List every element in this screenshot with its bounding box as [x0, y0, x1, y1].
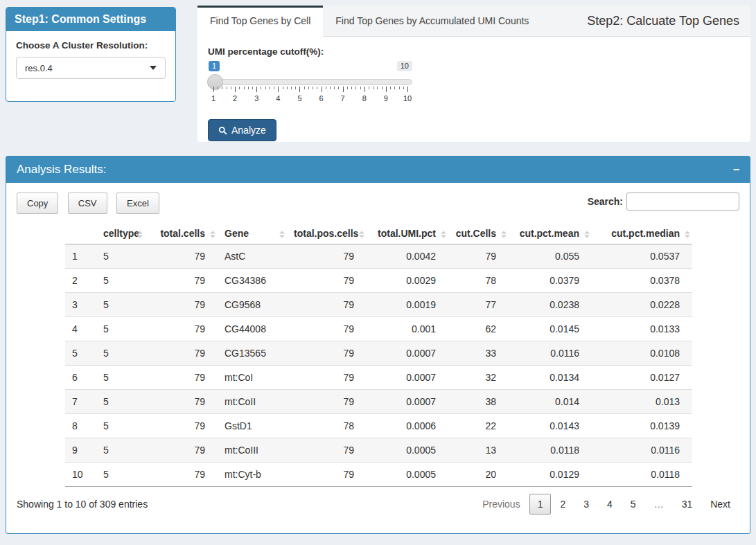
slider-tick — [369, 87, 369, 89]
table-cell: 5 — [96, 293, 145, 317]
table-cell: 5 — [96, 463, 145, 487]
table-row[interactable]: 7579mt:CoII790.0007380.0140.013 — [65, 390, 692, 414]
slider-tick — [252, 87, 253, 89]
table-row[interactable]: 5579CG13565790.0007330.01160.0108 — [65, 341, 692, 366]
pagination-page-1[interactable]: 1 — [529, 494, 552, 515]
table-cell: 22 — [448, 414, 509, 438]
table-cell: CG9568 — [218, 293, 287, 317]
table-cell: 62 — [448, 317, 509, 341]
cluster-resolution-value: res.0.4 — [25, 63, 53, 73]
row-index: 6 — [65, 366, 96, 390]
pagination-page-2[interactable]: 2 — [551, 494, 574, 514]
slider-tick — [347, 87, 348, 89]
search-icon — [218, 126, 227, 135]
table-row[interactable]: 4579CG44008790.001620.01450.0133 — [65, 317, 692, 341]
collapse-button[interactable]: − — [733, 164, 739, 175]
table-cell: 0.014 — [509, 390, 592, 414]
copy-button[interactable]: Copy — [17, 193, 58, 214]
table-row[interactable]: 6579mt:CoI790.0007320.01340.0127 — [65, 366, 692, 390]
table-cell: CG34386 — [218, 269, 287, 293]
table-row[interactable]: 1579AstC790.0042790.0550.0537 — [65, 244, 692, 269]
col-header-total-cells[interactable]: total.cells — [145, 225, 218, 244]
tab-find-top-genes-by-accumulated-umi-counts[interactable]: Find Top Genes by Accumulated UMI Counts — [323, 6, 541, 36]
table-cell: CG13565 — [218, 341, 287, 366]
step2-card: Find Top Genes by Cell Find Top Genes by… — [197, 6, 750, 142]
slider-tick-label: 7 — [341, 94, 345, 102]
slider-tick — [338, 87, 339, 89]
search-label: Search: — [588, 196, 623, 207]
rowname-header — [65, 225, 96, 244]
table-cell: 79 — [287, 293, 367, 317]
tab-find-top-genes-by-cell[interactable]: Find Top Genes by Cell — [197, 6, 323, 37]
col-header-total-umi-pct[interactable]: total.UMI.pct — [367, 225, 448, 244]
search-input[interactable] — [626, 193, 739, 211]
col-header-celltype[interactable]: celltype — [96, 225, 145, 244]
umi-cutoff-label: UMI percentage cutoff(%): — [208, 46, 740, 57]
pagination-page-5[interactable]: 5 — [622, 494, 645, 514]
step1-panel: Step1: Common Settings Choose A Cluster … — [6, 7, 176, 102]
table-cell: 5 — [96, 438, 145, 463]
slider-tick-label: 5 — [297, 94, 301, 102]
table-cell: 0.0108 — [592, 341, 692, 366]
sort-arrows-icon — [358, 231, 364, 238]
cluster-resolution-select[interactable]: res.0.4 — [16, 57, 166, 79]
table-cell: 0.0005 — [367, 463, 448, 487]
slider-tick — [227, 87, 227, 89]
row-index: 2 — [65, 269, 96, 293]
slider-tick — [274, 87, 274, 89]
slider-tick — [235, 87, 236, 92]
pagination-page-4[interactable]: 4 — [598, 494, 622, 514]
excel-button[interactable]: Excel — [116, 193, 159, 214]
table-cell: 0.0007 — [367, 341, 448, 366]
col-header-cut-cells[interactable]: cut.Cells — [448, 225, 509, 244]
pagination-ellipsis: … — [645, 494, 673, 514]
table-row[interactable]: 8579GstD1780.0006220.01430.0139 — [65, 414, 692, 438]
slider-tick — [351, 87, 352, 89]
pagination-page-3[interactable]: 3 — [574, 494, 598, 514]
row-index: 10 — [65, 463, 96, 487]
slider-tick — [261, 87, 261, 89]
col-header-cut-pct-median[interactable]: cut.pct.median — [592, 225, 692, 244]
analysis-results-title: Analysis Results: — [17, 163, 106, 177]
col-header-gene[interactable]: Gene — [218, 225, 287, 244]
slider-tick — [355, 87, 356, 89]
slider-tick — [373, 87, 373, 89]
table-row[interactable]: 3579CG9568790.0019770.02380.0228 — [65, 293, 692, 317]
slider-tick — [270, 87, 270, 89]
table-cell: 0.0133 — [592, 317, 692, 341]
step2-title: Step2: Calcuate Top Genes — [587, 14, 750, 28]
col-header-cut-pct-mean[interactable]: cut.pct.mean — [509, 225, 592, 244]
analysis-results-box: Analysis Results: − Copy CSV Excel Searc… — [6, 156, 750, 534]
caret-down-icon — [150, 66, 157, 70]
pagination-page-31[interactable]: 31 — [673, 494, 702, 514]
slider-tick — [394, 87, 395, 89]
cluster-resolution-label: Choose A Cluster Resolution: — [16, 40, 166, 51]
table-cell: 0.0143 — [509, 414, 592, 438]
table-cell: 79 — [145, 463, 218, 487]
slider-grid: 12345678910 — [213, 87, 407, 105]
table-cell: CG44008 — [218, 317, 287, 341]
slider-tick — [295, 87, 296, 89]
table-cell: 78 — [287, 414, 367, 438]
table-cell: 0.0379 — [509, 269, 592, 293]
slider-value-badge: 1 — [209, 61, 220, 71]
slider-tick — [403, 87, 404, 89]
slider-tick — [343, 87, 344, 92]
table-cell: 0.0537 — [592, 244, 692, 269]
csv-button[interactable]: CSV — [68, 193, 107, 214]
table-cell: 0.0116 — [592, 438, 692, 463]
analyze-button[interactable]: Analyze — [208, 119, 276, 141]
table-row[interactable]: 10579mt:Cyt-b790.0005200.01290.0118 — [65, 463, 692, 487]
table-cell: 13 — [448, 438, 509, 463]
table-row[interactable]: 9579mt:CoIII790.0005130.01180.0116 — [65, 438, 692, 463]
table-cell: 79 — [287, 341, 367, 366]
pagination-next[interactable]: Next — [701, 494, 739, 514]
table-cell: 0.0238 — [509, 293, 592, 317]
col-header-total-pos-cells[interactable]: total.pos.cells — [287, 225, 367, 244]
table-cell: mt:CoII — [218, 390, 287, 414]
pagination-previous[interactable]: Previous — [473, 494, 529, 514]
table-cell: mt:Cyt-b — [218, 463, 287, 487]
table-row[interactable]: 2579CG34386790.0029780.03790.0378 — [65, 269, 692, 293]
slider-track[interactable] — [209, 79, 412, 85]
table-cell: 0.0007 — [367, 390, 448, 414]
